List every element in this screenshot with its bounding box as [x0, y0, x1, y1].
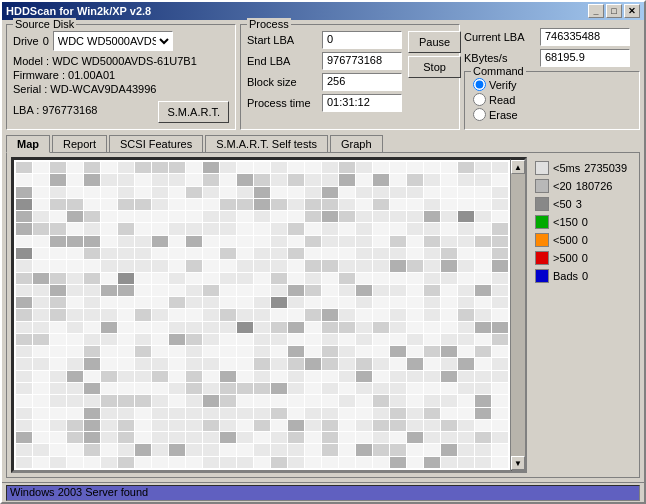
map-cell: [407, 457, 423, 468]
map-cell: [288, 395, 304, 406]
map-cell: [492, 174, 508, 185]
map-cell: [373, 248, 389, 259]
map-cell: [305, 371, 321, 382]
map-cell: [84, 432, 100, 443]
scroll-down-button[interactable]: ▼: [511, 456, 525, 470]
smart-button[interactable]: S.M.A.R.T.: [158, 101, 229, 123]
close-button[interactable]: ✕: [624, 4, 640, 18]
map-cell: [169, 174, 185, 185]
status-bar: Windows 2003 Server found: [2, 482, 644, 502]
map-cell: [169, 432, 185, 443]
tab-scsi[interactable]: SCSI Features: [109, 135, 203, 153]
map-cell: [288, 174, 304, 185]
map-cell: [50, 162, 66, 173]
map-cell: [254, 432, 270, 443]
map-cell: [475, 334, 491, 345]
map-cell: [424, 371, 440, 382]
map-cell: [84, 211, 100, 222]
tab-report[interactable]: Report: [52, 135, 107, 153]
stop-button[interactable]: Stop: [408, 56, 461, 78]
map-cell: [322, 334, 338, 345]
scrollbar-track[interactable]: [511, 174, 525, 456]
legend-label-20: <20: [553, 180, 572, 192]
map-cell: [33, 395, 49, 406]
map-cell: [186, 260, 202, 271]
map-cell: [441, 285, 457, 296]
pause-button[interactable]: Pause: [408, 31, 461, 53]
map-cell: [118, 346, 134, 357]
map-cell: [373, 211, 389, 222]
map-cell: [322, 223, 338, 234]
map-cell: [356, 309, 372, 320]
map-cell: [407, 211, 423, 222]
map-cell: [152, 297, 168, 308]
verify-radio[interactable]: [473, 78, 486, 91]
map-cell: [203, 199, 219, 210]
map-cell: [135, 395, 151, 406]
map-cell: [305, 408, 321, 419]
map-cell: [288, 273, 304, 284]
start-lba-value: 0: [322, 31, 402, 49]
map-cell: [169, 346, 185, 357]
map-cell: [135, 248, 151, 259]
verify-option[interactable]: Verify: [473, 78, 631, 91]
serial-row: Serial : WD-WCAV9DA43996: [13, 83, 229, 95]
map-cell: [135, 273, 151, 284]
erase-option[interactable]: Erase: [473, 108, 631, 121]
top-section: Source Disk Drive 0 WDC WD5000AVDS- Mode…: [6, 24, 640, 130]
map-cell: [424, 346, 440, 357]
drive-select[interactable]: WDC WD5000AVDS-: [53, 31, 173, 51]
map-cell: [101, 285, 117, 296]
map-cell: [475, 260, 491, 271]
map-cell: [356, 432, 372, 443]
map-cell: [50, 408, 66, 419]
scrollbar-vertical[interactable]: ▲ ▼: [511, 159, 525, 471]
maximize-button[interactable]: □: [606, 4, 622, 18]
map-cell: [237, 444, 253, 455]
map-cell: [288, 236, 304, 247]
map-cell: [424, 285, 440, 296]
map-cell: [271, 420, 287, 431]
map-cell: [152, 358, 168, 369]
map-cell: [118, 297, 134, 308]
map-cell: [203, 334, 219, 345]
map-cell: [84, 260, 100, 271]
map-cell: [169, 334, 185, 345]
map-cell: [254, 309, 270, 320]
map-cell: [407, 383, 423, 394]
map-cell: [390, 457, 406, 468]
legend: <5ms 2735039 <20 180726 <50 3: [535, 157, 635, 473]
map-cell: [424, 297, 440, 308]
read-radio[interactable]: [473, 93, 486, 106]
map-cell: [16, 260, 32, 271]
tab-map[interactable]: Map: [6, 135, 50, 153]
map-cell: [33, 260, 49, 271]
map-cell: [475, 297, 491, 308]
scroll-up-button[interactable]: ▲: [511, 160, 525, 174]
map-cell: [84, 395, 100, 406]
map-cell: [237, 383, 253, 394]
erase-radio[interactable]: [473, 108, 486, 121]
map-cell: [441, 383, 457, 394]
map-cell: [492, 444, 508, 455]
map-cell: [373, 174, 389, 185]
map-cell: [67, 187, 83, 198]
tab-graph[interactable]: Graph: [330, 135, 383, 153]
current-lba-label: Current LBA: [464, 31, 534, 43]
map-cell: [339, 236, 355, 247]
map-cell: [16, 395, 32, 406]
map-cell: [101, 383, 117, 394]
map-cell: [288, 334, 304, 345]
map-cell: [101, 395, 117, 406]
map-cell: [169, 223, 185, 234]
read-option[interactable]: Read: [473, 93, 631, 106]
map-cell: [390, 334, 406, 345]
tab-smart-self[interactable]: S.M.A.R.T. Self tests: [205, 135, 328, 153]
minimize-button[interactable]: _: [588, 4, 604, 18]
map-cell: [186, 174, 202, 185]
map-cell: [271, 273, 287, 284]
map-cell: [118, 358, 134, 369]
map-cell: [441, 395, 457, 406]
map-cell: [322, 346, 338, 357]
map-cell: [186, 211, 202, 222]
